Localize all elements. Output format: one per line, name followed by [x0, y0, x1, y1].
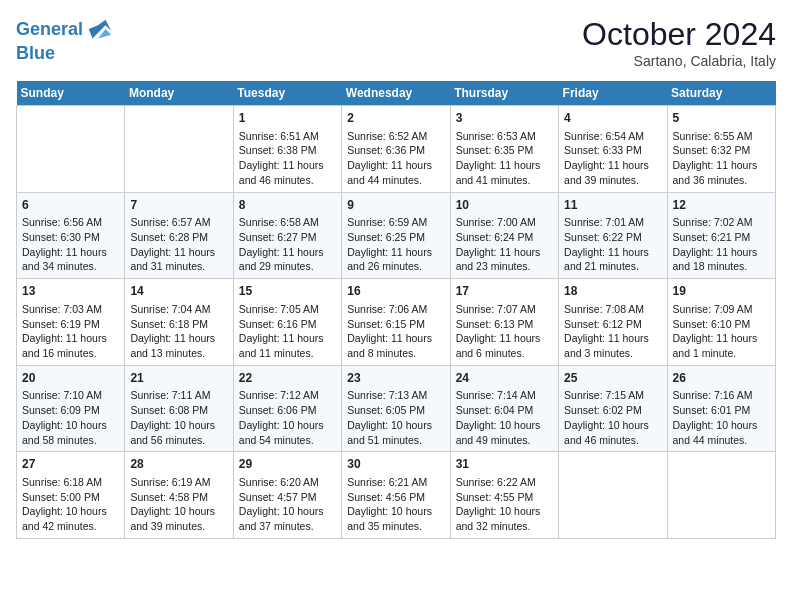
weekday-header-row: SundayMondayTuesdayWednesdayThursdayFrid… — [17, 81, 776, 106]
day-info: Daylight: 10 hours and 54 minutes. — [239, 418, 336, 447]
calendar-cell: 22Sunrise: 7:12 AMSunset: 6:06 PMDayligh… — [233, 365, 341, 452]
calendar-cell: 12Sunrise: 7:02 AMSunset: 6:21 PMDayligh… — [667, 192, 775, 279]
day-info: Sunset: 6:06 PM — [239, 403, 336, 418]
calendar-cell: 24Sunrise: 7:14 AMSunset: 6:04 PMDayligh… — [450, 365, 558, 452]
day-info: Sunset: 6:33 PM — [564, 143, 661, 158]
day-info: Sunrise: 7:04 AM — [130, 302, 227, 317]
day-number: 13 — [22, 283, 119, 300]
day-info: Sunrise: 7:15 AM — [564, 388, 661, 403]
day-info: Daylight: 11 hours and 46 minutes. — [239, 158, 336, 187]
day-info: Daylight: 11 hours and 11 minutes. — [239, 331, 336, 360]
day-info: Daylight: 11 hours and 1 minute. — [673, 331, 770, 360]
calendar-cell: 13Sunrise: 7:03 AMSunset: 6:19 PMDayligh… — [17, 279, 125, 366]
day-info: Sunset: 6:28 PM — [130, 230, 227, 245]
day-info: Sunrise: 7:16 AM — [673, 388, 770, 403]
calendar-cell: 30Sunrise: 6:21 AMSunset: 4:56 PMDayligh… — [342, 452, 450, 539]
day-info: Sunset: 6:15 PM — [347, 317, 444, 332]
calendar-cell: 15Sunrise: 7:05 AMSunset: 6:16 PMDayligh… — [233, 279, 341, 366]
day-info: Sunset: 4:58 PM — [130, 490, 227, 505]
day-number: 19 — [673, 283, 770, 300]
day-info: Sunrise: 6:19 AM — [130, 475, 227, 490]
day-info: Daylight: 11 hours and 8 minutes. — [347, 331, 444, 360]
day-info: Sunset: 6:12 PM — [564, 317, 661, 332]
calendar-cell: 31Sunrise: 6:22 AMSunset: 4:55 PMDayligh… — [450, 452, 558, 539]
calendar-cell: 20Sunrise: 7:10 AMSunset: 6:09 PMDayligh… — [17, 365, 125, 452]
day-number: 26 — [673, 370, 770, 387]
day-info: Sunset: 6:25 PM — [347, 230, 444, 245]
day-info: Sunset: 6:18 PM — [130, 317, 227, 332]
day-info: Sunset: 6:22 PM — [564, 230, 661, 245]
calendar-cell — [559, 452, 667, 539]
day-info: Sunrise: 7:01 AM — [564, 215, 661, 230]
day-info: Sunrise: 7:13 AM — [347, 388, 444, 403]
calendar-cell — [667, 452, 775, 539]
page-header: General Blue October 2024 Sartano, Calab… — [16, 16, 776, 69]
calendar-cell — [125, 106, 233, 193]
day-number: 5 — [673, 110, 770, 127]
day-info: Sunset: 6:27 PM — [239, 230, 336, 245]
logo-blue-text: Blue — [16, 44, 113, 64]
day-number: 4 — [564, 110, 661, 127]
day-number: 7 — [130, 197, 227, 214]
day-number: 6 — [22, 197, 119, 214]
day-info: Sunrise: 7:07 AM — [456, 302, 553, 317]
day-info: Daylight: 10 hours and 46 minutes. — [564, 418, 661, 447]
logo-icon — [85, 16, 113, 44]
day-info: Sunrise: 6:53 AM — [456, 129, 553, 144]
day-info: Sunset: 6:10 PM — [673, 317, 770, 332]
day-info: Sunrise: 7:02 AM — [673, 215, 770, 230]
day-number: 2 — [347, 110, 444, 127]
logo-text: General — [16, 20, 83, 40]
weekday-header: Saturday — [667, 81, 775, 106]
day-number: 17 — [456, 283, 553, 300]
calendar-cell: 28Sunrise: 6:19 AMSunset: 4:58 PMDayligh… — [125, 452, 233, 539]
day-number: 22 — [239, 370, 336, 387]
day-info: Sunrise: 6:55 AM — [673, 129, 770, 144]
day-info: Daylight: 11 hours and 13 minutes. — [130, 331, 227, 360]
day-info: Daylight: 11 hours and 36 minutes. — [673, 158, 770, 187]
calendar-cell: 18Sunrise: 7:08 AMSunset: 6:12 PMDayligh… — [559, 279, 667, 366]
day-info: Sunrise: 6:57 AM — [130, 215, 227, 230]
day-number: 24 — [456, 370, 553, 387]
day-number: 10 — [456, 197, 553, 214]
day-info: Daylight: 11 hours and 21 minutes. — [564, 245, 661, 274]
day-info: Sunrise: 6:56 AM — [22, 215, 119, 230]
day-number: 27 — [22, 456, 119, 473]
day-info: Sunrise: 6:18 AM — [22, 475, 119, 490]
day-number: 18 — [564, 283, 661, 300]
day-info: Daylight: 11 hours and 6 minutes. — [456, 331, 553, 360]
day-info: Sunset: 6:36 PM — [347, 143, 444, 158]
day-info: Daylight: 10 hours and 49 minutes. — [456, 418, 553, 447]
calendar-cell: 19Sunrise: 7:09 AMSunset: 6:10 PMDayligh… — [667, 279, 775, 366]
calendar-cell: 16Sunrise: 7:06 AMSunset: 6:15 PMDayligh… — [342, 279, 450, 366]
title-block: October 2024 Sartano, Calabria, Italy — [582, 16, 776, 69]
calendar-cell: 6Sunrise: 6:56 AMSunset: 6:30 PMDaylight… — [17, 192, 125, 279]
logo: General Blue — [16, 16, 113, 64]
calendar-cell: 17Sunrise: 7:07 AMSunset: 6:13 PMDayligh… — [450, 279, 558, 366]
day-number: 23 — [347, 370, 444, 387]
calendar-cell: 25Sunrise: 7:15 AMSunset: 6:02 PMDayligh… — [559, 365, 667, 452]
day-info: Sunset: 6:35 PM — [456, 143, 553, 158]
day-number: 30 — [347, 456, 444, 473]
day-info: Daylight: 10 hours and 51 minutes. — [347, 418, 444, 447]
day-number: 11 — [564, 197, 661, 214]
day-info: Sunset: 6:38 PM — [239, 143, 336, 158]
day-info: Sunrise: 7:09 AM — [673, 302, 770, 317]
calendar-cell: 9Sunrise: 6:59 AMSunset: 6:25 PMDaylight… — [342, 192, 450, 279]
day-info: Sunrise: 6:21 AM — [347, 475, 444, 490]
day-info: Sunrise: 7:10 AM — [22, 388, 119, 403]
day-info: Daylight: 11 hours and 44 minutes. — [347, 158, 444, 187]
day-info: Sunrise: 7:06 AM — [347, 302, 444, 317]
day-info: Daylight: 11 hours and 31 minutes. — [130, 245, 227, 274]
weekday-header: Monday — [125, 81, 233, 106]
day-number: 16 — [347, 283, 444, 300]
weekday-header: Friday — [559, 81, 667, 106]
day-number: 25 — [564, 370, 661, 387]
day-number: 28 — [130, 456, 227, 473]
day-number: 29 — [239, 456, 336, 473]
day-info: Sunset: 6:04 PM — [456, 403, 553, 418]
day-number: 12 — [673, 197, 770, 214]
day-info: Sunset: 6:32 PM — [673, 143, 770, 158]
weekday-header: Thursday — [450, 81, 558, 106]
calendar-cell: 10Sunrise: 7:00 AMSunset: 6:24 PMDayligh… — [450, 192, 558, 279]
